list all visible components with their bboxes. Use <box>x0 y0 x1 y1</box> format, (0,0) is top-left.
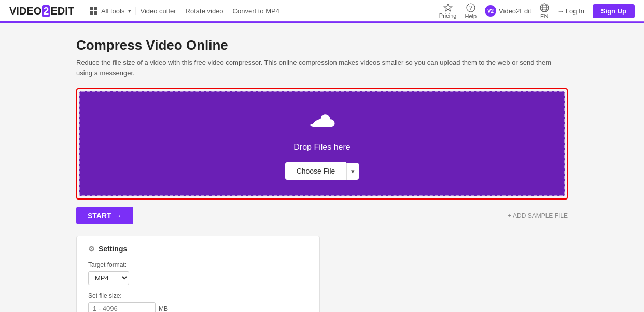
settings-header: ⚙ Settings <box>88 245 308 253</box>
language-nav-item[interactable]: EN <box>540 3 549 19</box>
help-icon: ? <box>466 3 475 12</box>
language-label: EN <box>540 13 548 19</box>
chevron-down-icon: ▾ <box>128 8 131 15</box>
signup-button[interactable]: Sign Up <box>593 4 635 18</box>
dropzone-wrapper: Drop Files here Choose File ▾ <box>76 88 568 200</box>
settings-title: Settings <box>99 245 127 253</box>
grid-icon <box>90 7 97 15</box>
convert-mp4-link[interactable]: Convert to MP4 <box>233 7 279 15</box>
choose-file-dropdown-button[interactable]: ▾ <box>346 163 359 180</box>
help-label: Help <box>465 13 477 19</box>
navbar-links: Video cutter Rotate video Convert to MP4 <box>140 7 279 15</box>
rotate-video-link[interactable]: Rotate video <box>186 7 223 15</box>
choose-file-group: Choose File ▾ <box>285 162 359 180</box>
target-format-label: Target format: <box>88 261 308 268</box>
start-arrow-icon: → <box>115 211 122 220</box>
pricing-label: Pricing <box>439 12 457 19</box>
svg-text:?: ? <box>469 5 472 11</box>
settings-icon: ⚙ <box>88 245 95 253</box>
globe-icon <box>540 3 549 12</box>
page-title: Compress Video Online <box>76 37 568 53</box>
account-label: Video2Edit <box>499 7 531 15</box>
page-content: Compress Video Online Reduce the file si… <box>68 23 576 312</box>
choose-file-button[interactable]: Choose File <box>285 162 347 180</box>
upload-cloud-icon <box>304 108 340 136</box>
pricing-nav-item[interactable]: Pricing <box>439 4 457 19</box>
navbar-accent-bar <box>0 21 644 22</box>
file-size-input[interactable] <box>88 302 156 312</box>
settings-panel: ⚙ Settings Target format: MP4 AVI MOV MK… <box>76 236 320 312</box>
account-icon: V2 <box>485 5 496 17</box>
page-description: Reduce the file size of a video with thi… <box>76 58 568 78</box>
drop-files-text: Drop Files here <box>293 143 350 152</box>
login-link[interactable]: →Log In <box>557 7 584 15</box>
video-cutter-link[interactable]: Video cutter <box>140 7 176 15</box>
actions-row: START → + ADD SAMPLE FILE <box>76 207 568 224</box>
add-sample-file-link[interactable]: + ADD SAMPLE FILE <box>508 212 568 219</box>
dropzone[interactable]: Drop Files here Choose File ▾ <box>79 91 565 196</box>
target-format-select[interactable]: MP4 AVI MOV MKV WEBM <box>88 271 129 285</box>
file-size-field: Set file size: MB <box>88 292 308 312</box>
help-nav-item[interactable]: ? Help <box>465 3 477 19</box>
all-tools-label: All tools <box>101 7 125 15</box>
target-format-field: Target format: MP4 AVI MOV MKV WEBM <box>88 261 308 285</box>
pricing-icon <box>443 4 453 12</box>
start-button-top[interactable]: START → <box>76 207 133 224</box>
file-size-row: MB <box>88 302 308 312</box>
file-size-label: Set file size: <box>88 292 308 300</box>
start-label: START <box>88 211 111 220</box>
navbar: VIDEO2EDIT All tools ▾ Video cutter Rota… <box>0 0 644 23</box>
logo[interactable]: VIDEO2EDIT <box>9 5 74 17</box>
file-size-unit: MB <box>159 305 168 313</box>
all-tools-menu[interactable]: All tools ▾ <box>86 7 136 15</box>
account-nav-item[interactable]: V2 Video2Edit <box>485 5 531 17</box>
navbar-right: Pricing ? Help V2 Video2Edit EN →Log In <box>439 3 635 19</box>
